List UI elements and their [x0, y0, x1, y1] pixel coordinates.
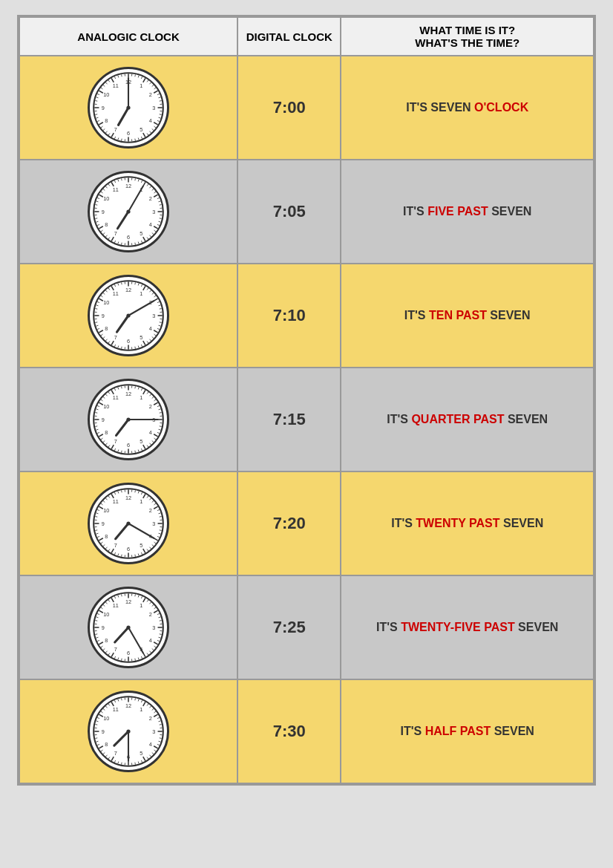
svg-text:7: 7 — [114, 750, 117, 757]
svg-text:11: 11 — [113, 602, 119, 609]
digital-time-value: 7:00 — [273, 98, 306, 117]
svg-text:8: 8 — [105, 533, 108, 540]
table-row: 121234567891011 7:25IT'S TWENTY-FIVE PAS… — [19, 575, 594, 679]
digital-cell-6: 7:30 — [237, 679, 341, 783]
svg-text:10: 10 — [103, 195, 109, 202]
svg-text:8: 8 — [105, 221, 108, 228]
analog-cell-0: 121234567891011 — [19, 56, 237, 160]
svg-point-455 — [126, 625, 130, 629]
svg-point-151 — [126, 209, 130, 213]
time-phrase: IT'S TWENTY PAST SEVEN — [346, 515, 589, 532]
phrase-cell-5: IT'S TWENTY-FIVE PAST SEVEN — [341, 575, 594, 679]
time-phrase: IT'S SEVEN O'CLOCK — [346, 99, 589, 116]
svg-text:8: 8 — [105, 741, 108, 748]
phrase-cell-2: IT'S TEN PAST SEVEN — [341, 264, 594, 368]
svg-text:10: 10 — [103, 91, 109, 98]
digital-time-value: 7:25 — [273, 618, 306, 636]
digital-cell-4: 7:20 — [237, 471, 341, 575]
svg-text:9: 9 — [102, 624, 105, 631]
phrase-text: SEVEN — [487, 309, 531, 322]
svg-text:5: 5 — [140, 438, 142, 445]
svg-text:11: 11 — [113, 82, 119, 89]
svg-text:2: 2 — [149, 507, 152, 514]
phrase-highlight: TWENTY PAST — [416, 517, 499, 529]
time-phrase: IT'S FIVE PAST SEVEN — [346, 203, 589, 220]
svg-text:8: 8 — [105, 637, 108, 644]
header-phrase: WHAT TIME IS IT? WHAT'S THE TIME? — [341, 17, 594, 56]
phrase-text: IT'S SEVEN — [406, 101, 474, 114]
svg-text:10: 10 — [103, 507, 109, 514]
svg-point-75 — [126, 105, 130, 109]
digital-cell-3: 7:15 — [237, 368, 341, 471]
analog-cell-5: 121234567891011 — [19, 575, 237, 679]
digital-time-value: 7:15 — [273, 410, 306, 428]
svg-text:5: 5 — [140, 542, 142, 549]
phrase-text: SEVEN — [488, 205, 532, 218]
svg-text:10: 10 — [103, 299, 109, 306]
svg-text:11: 11 — [113, 394, 119, 401]
table-row: 121234567891011 7:10IT'S TEN PAST SEVEN — [19, 264, 594, 368]
time-phrase: IT'S HALF PAST SEVEN — [346, 723, 589, 740]
digital-time-value: 7:05 — [273, 202, 306, 221]
phrase-text: IT'S — [387, 413, 411, 425]
svg-text:4: 4 — [149, 117, 152, 124]
analog-cell-1: 121234567891011 — [19, 160, 237, 264]
svg-text:7: 7 — [114, 542, 117, 549]
phrase-cell-0: IT'S SEVEN O'CLOCK — [341, 56, 594, 160]
svg-text:1: 1 — [140, 602, 142, 609]
svg-text:1: 1 — [140, 498, 142, 505]
svg-text:4: 4 — [149, 429, 152, 436]
svg-text:9: 9 — [102, 728, 105, 735]
analog-cell-6: 121234567891011 — [19, 679, 237, 783]
digital-time-value: 7:20 — [273, 514, 306, 532]
phrase-text: IT'S — [404, 309, 429, 322]
time-phrase: IT'S TWENTY-FIVE PAST SEVEN — [346, 619, 589, 636]
svg-text:2: 2 — [149, 715, 152, 722]
svg-text:5: 5 — [140, 126, 142, 133]
phrase-highlight: TWENTY-FIVE PAST — [401, 621, 514, 633]
svg-point-379 — [126, 521, 130, 525]
phrase-cell-1: IT'S FIVE PAST SEVEN — [341, 160, 594, 264]
svg-text:7: 7 — [114, 438, 117, 445]
svg-text:4: 4 — [149, 741, 152, 748]
svg-text:1: 1 — [140, 82, 142, 89]
phrase-highlight: TEN PAST — [429, 309, 487, 322]
svg-text:9: 9 — [102, 313, 105, 319]
phrase-cell-3: IT'S QUARTER PAST SEVEN — [341, 368, 594, 471]
svg-text:5: 5 — [140, 750, 142, 757]
phrase-text: SEVEN — [515, 621, 559, 633]
digital-time-value: 7:30 — [273, 722, 306, 740]
digital-cell-0: 7:00 — [237, 56, 341, 160]
analog-cell-2: 121234567891011 — [19, 264, 237, 368]
phrase-text: IT'S — [391, 517, 416, 529]
svg-text:3: 3 — [152, 728, 155, 735]
table-row: 121234567891011 7:30IT'S HALF PAST SEVEN — [19, 679, 594, 783]
svg-text:10: 10 — [103, 611, 109, 618]
clock-face-6: 121234567891011 — [88, 691, 169, 772]
clock-face-5: 121234567891011 — [88, 587, 169, 668]
clock-face-4: 121234567891011 — [88, 483, 169, 564]
svg-text:8: 8 — [105, 325, 108, 332]
svg-text:3: 3 — [152, 209, 155, 215]
table-row: 121234567891011 7:15IT'S QUARTER PAST SE… — [19, 368, 594, 471]
svg-text:6: 6 — [127, 338, 130, 345]
svg-text:12: 12 — [125, 391, 131, 397]
table-row: 121234567891011 7:00IT'S SEVEN O'CLOCK — [19, 56, 594, 160]
svg-text:4: 4 — [149, 325, 152, 332]
svg-text:6: 6 — [127, 442, 130, 448]
phrase-cell-4: IT'S TWENTY PAST SEVEN — [341, 471, 594, 575]
header-digital: DIGITAL CLOCK — [237, 17, 341, 56]
svg-text:6: 6 — [127, 234, 130, 241]
svg-text:2: 2 — [149, 611, 152, 618]
svg-point-303 — [126, 417, 130, 421]
svg-point-227 — [126, 313, 130, 317]
svg-text:7: 7 — [114, 126, 117, 133]
time-phrase: IT'S TEN PAST SEVEN — [346, 307, 589, 324]
svg-text:12: 12 — [125, 598, 131, 605]
analog-cell-3: 121234567891011 — [19, 368, 237, 471]
phrase-text: SEVEN — [500, 517, 544, 529]
phrase-highlight: O'CLOCK — [474, 101, 528, 114]
svg-text:4: 4 — [149, 637, 152, 644]
time-phrase: IT'S QUARTER PAST SEVEN — [346, 411, 589, 428]
clock-face-1: 121234567891011 — [88, 171, 169, 252]
